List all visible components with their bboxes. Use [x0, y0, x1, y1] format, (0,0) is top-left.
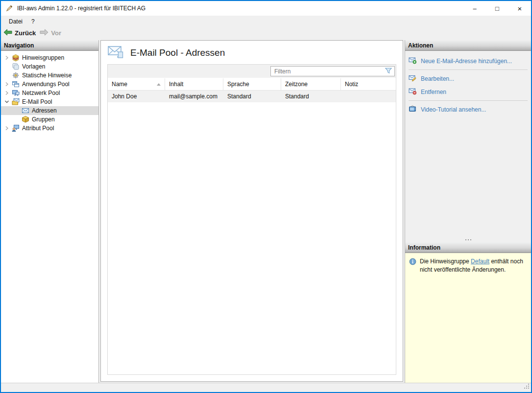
- table-row[interactable]: John Doe mail@sample.com Standard Standa…: [108, 91, 396, 102]
- window-title: IBI-aws Admin 1.22.0 - registriert für I…: [17, 5, 463, 12]
- column-header-name[interactable]: Name: [108, 78, 165, 90]
- nav-item-statische-hinweise[interactable]: Statische Hinweise: [1, 71, 98, 80]
- video-tutorial-icon: [409, 105, 416, 114]
- chevron-right-icon[interactable]: [3, 80, 11, 88]
- static-notices-icon: [12, 71, 20, 79]
- groups-icon: [22, 116, 29, 123]
- chevron-right-icon[interactable]: [3, 89, 11, 97]
- status-bar: [1, 383, 531, 392]
- menu-bar: Datei ?: [1, 16, 531, 27]
- page-heading: E-Mail Pool - Adressen: [101, 41, 403, 64]
- back-button-label: Zurück: [15, 29, 36, 37]
- action-edit[interactable]: Bearbeiten...: [405, 72, 531, 85]
- cell-zeitzone: Standard: [281, 93, 341, 100]
- information-header: Information: [405, 242, 531, 253]
- filter-box: [270, 66, 395, 76]
- action-label: Neue E-Mail-Adresse hinzufügen...: [421, 58, 512, 65]
- action-video-tutorial[interactable]: Video-Tutorial ansehen...: [405, 103, 531, 116]
- panel-splitter-handle[interactable]: [405, 237, 531, 242]
- filter-strip: [108, 65, 396, 78]
- maximize-button[interactable]: □: [486, 1, 508, 16]
- information-text: Die Hinweisgruppe Default enthält noch n…: [420, 257, 527, 275]
- nav-item-attribut-pool[interactable]: Attribut Pool: [1, 124, 98, 133]
- chevron-down-icon[interactable]: [3, 98, 11, 106]
- nav-item-anwendungs-pool[interactable]: Anwendungs Pool: [1, 80, 98, 89]
- app-window: IBI-aws Admin 1.22.0 - registriert für I…: [0, 0, 532, 393]
- toolbar: Zurück Vor: [1, 27, 531, 39]
- column-header-zeitzone[interactable]: Zeitzone: [281, 78, 341, 90]
- nav-item-label: Gruppen: [32, 116, 55, 123]
- application-pool-icon: [12, 80, 20, 88]
- nav-item-label: Attribut Pool: [22, 125, 54, 132]
- action-label: Video-Tutorial ansehen...: [421, 106, 486, 113]
- nav-item-label: Hinweisgruppen: [22, 54, 64, 61]
- navigation-header: Navigation: [1, 40, 98, 51]
- table-empty-area: [108, 102, 396, 374]
- info-icon: [409, 258, 416, 267]
- app-icon: [5, 4, 13, 12]
- cell-inhalt: mail@sample.com: [165, 93, 223, 100]
- nav-item-hinweisgruppen[interactable]: Hinweisgruppen: [1, 53, 98, 62]
- nav-item-netzwerk-pool[interactable]: Netzwerk Pool: [1, 89, 98, 97]
- nav-item-label: E-Mail Pool: [22, 98, 52, 105]
- actions-empty-area: [405, 116, 531, 237]
- forward-button[interactable]: Vor: [40, 29, 61, 37]
- actions-list: Neue E-Mail-Adresse hinzufügen... Bearbe…: [405, 51, 531, 116]
- table-header-row: Name Inhalt Sprache Zeitzone Notiz: [108, 78, 396, 91]
- navigation-panel: Navigation Hinweisgruppen Vorlagen Stati…: [1, 40, 99, 383]
- actions-header: Aktionen: [405, 40, 531, 51]
- nav-item-label: Netzwerk Pool: [22, 90, 60, 96]
- column-header-sprache[interactable]: Sprache: [223, 78, 281, 90]
- nav-item-label: Adressen: [32, 107, 57, 114]
- separator: [409, 69, 528, 70]
- cell-name: John Doe: [108, 93, 165, 100]
- back-arrow-icon: [3, 29, 12, 37]
- information-panel: Die Hinweisgruppe Default enthält noch n…: [405, 253, 531, 383]
- page-title: E-Mail Pool - Adressen: [130, 47, 225, 58]
- sort-asc-icon: [157, 83, 161, 86]
- action-label: Bearbeiten...: [421, 75, 454, 82]
- forward-arrow-icon: [40, 29, 48, 37]
- title-bar: IBI-aws Admin 1.22.0 - registriert für I…: [1, 1, 531, 16]
- close-button[interactable]: ×: [508, 1, 531, 16]
- navigation-tree: Hinweisgruppen Vorlagen Statische Hinwei…: [1, 51, 98, 133]
- email-page-icon: [108, 45, 124, 60]
- nav-item-label: Vorlagen: [22, 63, 45, 70]
- filter-funnel-icon[interactable]: [385, 67, 392, 76]
- filter-input[interactable]: [271, 68, 385, 75]
- column-header-inhalt[interactable]: Inhalt: [165, 78, 223, 90]
- email-add-icon: [409, 56, 416, 66]
- resize-grip-icon[interactable]: [524, 384, 530, 391]
- email-edit-icon: [409, 74, 416, 83]
- separator: [409, 100, 528, 101]
- minimize-button[interactable]: –: [463, 1, 486, 16]
- cell-sprache: Standard: [223, 93, 281, 100]
- nav-item-email-pool[interactable]: E-Mail Pool: [1, 97, 98, 106]
- network-pool-icon: [12, 89, 20, 97]
- templates-icon: [12, 63, 20, 70]
- action-add-email-address[interactable]: Neue E-Mail-Adresse hinzufügen...: [405, 54, 531, 68]
- main-panel: E-Mail Pool - Adressen Name: [100, 40, 403, 382]
- address-table: Name Inhalt Sprache Zeitzone Notiz John …: [107, 64, 396, 375]
- nav-item-vorlagen[interactable]: Vorlagen: [1, 62, 98, 71]
- menu-item-help[interactable]: ?: [27, 17, 39, 27]
- window-controls: – □ ×: [463, 1, 531, 16]
- email-remove-icon: [409, 87, 416, 96]
- nav-item-gruppen[interactable]: Gruppen: [1, 115, 98, 124]
- action-label: Entfernen: [421, 89, 446, 95]
- chevron-right-icon[interactable]: [3, 54, 11, 62]
- menu-item-datei[interactable]: Datei: [4, 17, 27, 27]
- right-panel: Aktionen Neue E-Mail-Adresse hinzufügen.…: [405, 40, 531, 383]
- nav-item-adressen[interactable]: Adressen: [1, 106, 98, 115]
- nav-item-label: Anwendungs Pool: [22, 81, 70, 88]
- email-pool-icon: [12, 98, 20, 106]
- action-remove[interactable]: Entfernen: [405, 85, 531, 98]
- chevron-right-icon[interactable]: [3, 124, 11, 132]
- notice-groups-icon: [12, 54, 20, 62]
- forward-button-label: Vor: [51, 29, 61, 37]
- content-area: Navigation Hinweisgruppen Vorlagen Stati…: [1, 39, 531, 383]
- back-button[interactable]: Zurück: [3, 29, 36, 37]
- column-header-notiz[interactable]: Notiz: [341, 78, 396, 90]
- attribute-pool-icon: [12, 124, 20, 132]
- default-group-link[interactable]: Default: [471, 258, 489, 265]
